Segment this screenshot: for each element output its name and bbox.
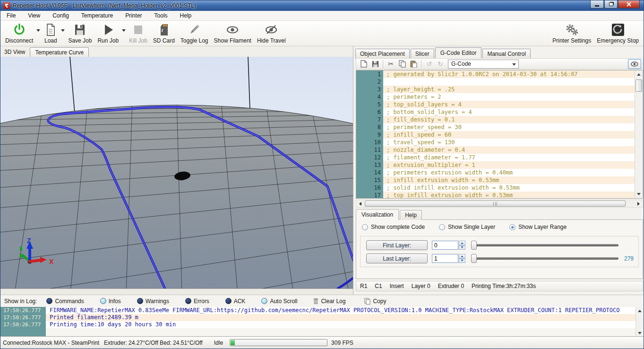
menu-file[interactable]: File bbox=[0, 11, 22, 20]
cut-icon[interactable]: ✂ bbox=[386, 60, 395, 68]
toggle-errors[interactable]: Errors bbox=[185, 298, 209, 305]
gcode-line[interactable]: 7; fill_density = 0.1 bbox=[356, 116, 635, 123]
show-filament-button[interactable]: Show Filament bbox=[211, 22, 254, 46]
first-layer-input[interactable] bbox=[432, 241, 458, 250]
gcode-line[interactable]: 8; perimeter_speed = 30 bbox=[356, 123, 635, 131]
run-job-button[interactable]: Run Job bbox=[94, 22, 121, 46]
log-vertical-scrollbar[interactable] bbox=[635, 307, 644, 337]
scroll-left-button[interactable] bbox=[357, 201, 364, 207]
slider-thumb[interactable] bbox=[471, 241, 477, 250]
line-text: ; perimeters extrusion width = 0.40mm bbox=[383, 169, 513, 176]
copy-log-button[interactable]: Copy bbox=[364, 298, 386, 305]
gcode-line[interactable]: 17; top infill extrusion width = 0.53mm bbox=[356, 192, 635, 199]
repetier-host-window: Repetier-Host V0.95F - ListViewItem: {Ne… bbox=[0, 0, 644, 349]
save-job-button[interactable]: Save Job bbox=[65, 22, 94, 46]
tab-temperature-curve[interactable]: Temperature Curve bbox=[30, 47, 89, 57]
menu-tools[interactable]: Tools bbox=[148, 11, 174, 20]
editor-vertical-scrollbar[interactable] bbox=[635, 70, 643, 198]
menu-printer[interactable]: Printer bbox=[119, 11, 148, 20]
last-layer-spinner[interactable] bbox=[459, 254, 465, 263]
splitter[interactable] bbox=[0, 288, 353, 295]
scroll-up-button[interactable] bbox=[636, 307, 643, 314]
toggle-warnings[interactable]: Warnings bbox=[137, 298, 169, 305]
gcode-line[interactable]: 12; filament_diameter = 1.77 bbox=[356, 154, 635, 161]
gcode-line[interactable]: 9; infill_speed = 60 bbox=[356, 131, 635, 139]
3d-viewport[interactable]: Z X bbox=[0, 57, 353, 288]
tab-manual-control[interactable]: Manual Control bbox=[482, 49, 530, 59]
gcode-line[interactable]: 1; generated by Slic3r 1.0.0RC2 on 2014-… bbox=[356, 70, 635, 78]
gcode-line[interactable]: 2 bbox=[356, 78, 635, 86]
printer-settings-button[interactable]: Printer Settings bbox=[550, 22, 594, 46]
toggle-auto-scroll[interactable]: Auto Scroll bbox=[261, 298, 297, 305]
load-dropdown[interactable] bbox=[60, 22, 65, 46]
tab-help[interactable]: Help bbox=[400, 210, 422, 220]
first-layer-spinner[interactable] bbox=[459, 241, 465, 250]
menu-config[interactable]: Config bbox=[46, 11, 75, 20]
toggle-commands[interactable]: Commands bbox=[46, 298, 84, 305]
gcode-line[interactable]: 6; bottom_solid_layers = 4 bbox=[356, 108, 635, 116]
paste-icon[interactable] bbox=[409, 60, 418, 68]
menu-help[interactable]: Help bbox=[174, 11, 198, 20]
radio-show-layer-range[interactable]: Show Layer Range bbox=[509, 224, 567, 230]
minimize-button[interactable] bbox=[590, 0, 604, 9]
radio-show-single-layer[interactable]: Show Single Layer bbox=[439, 224, 495, 230]
last-layer-button[interactable]: Last Layer: bbox=[366, 253, 428, 263]
tab-object-placement[interactable]: Object Placement bbox=[355, 49, 410, 59]
toggle-infos[interactable]: Infos bbox=[100, 298, 121, 305]
toggle-ack[interactable]: ACK bbox=[225, 298, 246, 305]
toggle-label: Infos bbox=[109, 298, 121, 305]
close-button[interactable] bbox=[618, 0, 640, 9]
editor-horizontal-scrollbar[interactable] bbox=[356, 200, 643, 208]
tab-visualization[interactable]: Visualization bbox=[356, 209, 399, 220]
hide-travel-button[interactable]: Hide Travel bbox=[254, 22, 289, 46]
scroll-down-button[interactable] bbox=[635, 191, 642, 198]
gcode-line[interactable]: 11; nozzle_diameter = 0.4 bbox=[356, 146, 635, 154]
log-message: Printed filament:2489.39 m bbox=[46, 314, 644, 321]
disconnect-button[interactable]: Disconnect bbox=[2, 22, 36, 46]
first-layer-button[interactable]: First Layer: bbox=[366, 240, 428, 250]
gcode-type-select[interactable]: G-Code bbox=[448, 60, 519, 69]
slider-thumb[interactable] bbox=[471, 254, 477, 263]
gcode-line[interactable]: 16; solid infill extrusion width = 0.53m… bbox=[356, 184, 635, 192]
emergency-stop-button[interactable]: Emergency Stop bbox=[594, 22, 642, 46]
log-area[interactable]: 17:50:26.777 FIRMWARE_NAME:RepetierMAX 0… bbox=[0, 307, 644, 337]
clear-log-button[interactable]: Clear Log bbox=[313, 298, 345, 305]
tab-slicer[interactable]: Slicer bbox=[411, 49, 434, 59]
new-file-icon[interactable] bbox=[360, 60, 368, 68]
radio-show-complete-code[interactable]: Show complete Code bbox=[362, 224, 425, 230]
undo-icon: ↺ bbox=[425, 60, 433, 68]
gcode-line[interactable]: 13; extrusion_multiplier = 1 bbox=[356, 161, 635, 169]
last-layer-input[interactable] bbox=[432, 254, 458, 263]
copy-icon[interactable] bbox=[398, 60, 406, 68]
scroll-up-button[interactable] bbox=[635, 71, 642, 78]
titlebar[interactable]: Repetier-Host V0.95F - ListViewItem: {Ne… bbox=[0, 0, 644, 11]
gcode-editor[interactable]: 1; generated by Slic3r 1.0.0RC2 on 2014-… bbox=[356, 70, 643, 199]
scrollbar-thumb[interactable] bbox=[365, 201, 626, 207]
first-layer-slider[interactable] bbox=[471, 241, 619, 250]
gcode-line[interactable]: 3; layer_height = .25 bbox=[356, 86, 635, 93]
run-job-dropdown[interactable] bbox=[121, 22, 126, 46]
scroll-right-button[interactable] bbox=[635, 201, 642, 207]
radio-icon bbox=[362, 224, 368, 230]
save-icon[interactable] bbox=[371, 60, 379, 68]
last-layer-slider[interactable] bbox=[471, 254, 619, 263]
sd-card-button[interactable]: SD Card bbox=[150, 22, 178, 46]
menu-temperature[interactable]: Temperature bbox=[75, 11, 119, 20]
gcode-line[interactable]: 15; infill extrusion width = 0.53mm bbox=[356, 176, 635, 184]
menu-view[interactable]: View bbox=[22, 11, 46, 20]
restore-button[interactable] bbox=[604, 0, 618, 9]
disconnect-dropdown[interactable] bbox=[36, 22, 41, 46]
editor-status-strip: R1 C1 Insert Layer 0 Extruder 0 Printing… bbox=[356, 281, 643, 291]
line-text: ; fill_density = 0.1 bbox=[383, 116, 455, 123]
load-button[interactable]: Load bbox=[41, 22, 60, 46]
visualization-toggle-button[interactable] bbox=[628, 59, 641, 69]
gcode-line[interactable]: 4; perimeters = 2 bbox=[356, 93, 635, 101]
scroll-down-button[interactable] bbox=[636, 330, 643, 337]
gcode-line[interactable]: 5; top_solid_layers = 4 bbox=[356, 101, 635, 108]
tab-gcode-editor[interactable]: G-Code Editor bbox=[435, 47, 482, 58]
toggle-log-button[interactable]: Toggle Log bbox=[178, 22, 211, 46]
tab-3d-view[interactable]: 3D View bbox=[3, 47, 30, 57]
gcode-line[interactable]: 10; travel_speed = 130 bbox=[356, 139, 635, 146]
gcode-line[interactable]: 14; perimeters extrusion width = 0.40mm bbox=[356, 169, 635, 176]
scrollbar-thumb[interactable] bbox=[635, 79, 642, 92]
